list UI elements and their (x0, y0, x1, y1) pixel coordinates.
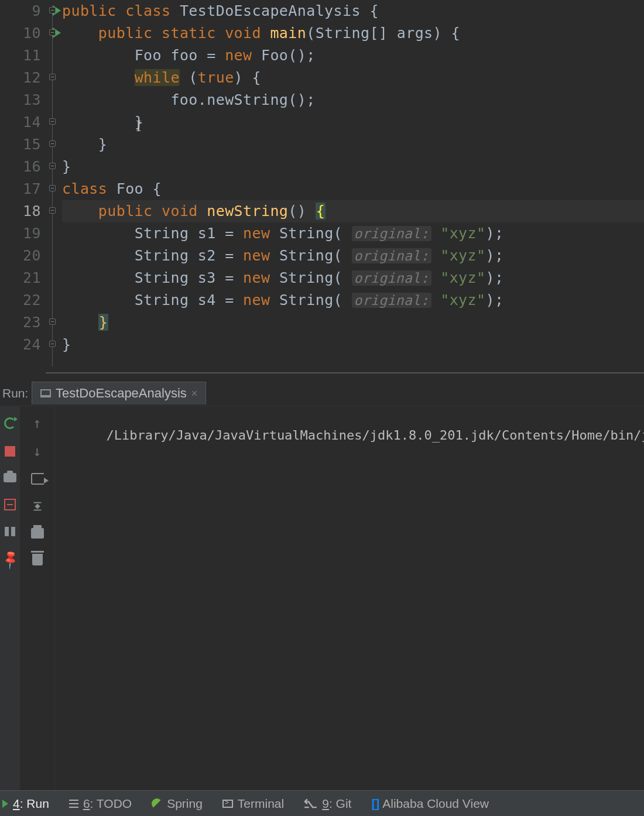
code-line[interactable]: } (62, 111, 644, 133)
clear-icon[interactable] (32, 554, 43, 565)
line-number: 11 (0, 44, 41, 67)
run-console[interactable]: /Library/Java/JavaVirtualMachines/jdk1.8… (55, 406, 644, 790)
down-arrow-icon[interactable]: ↓ (31, 445, 44, 458)
fold-icon[interactable] (49, 140, 56, 147)
play-icon (2, 800, 8, 808)
line-number: 14 (0, 111, 41, 133)
console-line: /Library/Java/JavaVirtualMachines/jdk1.8… (106, 428, 644, 443)
code-line[interactable]: public class TestDoEscapeAnalysis { (62, 0, 644, 22)
soft-wrap-icon[interactable] (31, 473, 44, 485)
fold-icon[interactable] (49, 74, 56, 80)
stop-icon[interactable] (5, 446, 15, 457)
fold-column (46, 0, 62, 377)
code-line[interactable]: while (true) { (62, 67, 644, 89)
spring-icon (152, 798, 162, 809)
code-line[interactable]: } (62, 133, 644, 156)
fold-icon[interactable] (49, 341, 56, 347)
up-arrow-icon[interactable]: ↑ (31, 417, 44, 430)
line-number: 19 (0, 222, 41, 245)
line-number: 24 (0, 334, 41, 356)
layout-icon[interactable] (5, 527, 15, 536)
fold-icon[interactable] (49, 185, 56, 191)
tool-tab-run[interactable]: 4: Run (2, 797, 49, 811)
terminal-icon (222, 800, 233, 808)
line-number: 17 (0, 178, 41, 200)
gutter: 9 10 11 12 13 14 15 16 17 18 19 20 21 22… (0, 0, 46, 377)
alibaba-icon: [ ] (371, 797, 378, 811)
run-tab-title: TestDoEscapeAnalysis (56, 386, 187, 401)
fold-icon[interactable] (49, 29, 56, 36)
code-line[interactable]: } (62, 334, 644, 356)
list-icon (69, 800, 78, 808)
line-number: 18 (0, 200, 41, 222)
run-header: Run: TestDoEscapeAnalysis × (0, 380, 644, 406)
fold-icon[interactable] (49, 207, 56, 214)
code-editor[interactable]: 9 10 11 12 13 14 15 16 17 18 19 20 21 22… (0, 0, 644, 377)
line-number: 16 (0, 156, 41, 178)
tool-tab-git[interactable]: ⎇ 9: Git (304, 797, 351, 811)
code-line[interactable]: public static void main(String[] args) { (62, 22, 644, 44)
run-tool-window: Run: TestDoEscapeAnalysis × 📌 ↑ ↓ / (0, 380, 644, 790)
code-line[interactable]: String s1 = new String( original: "xyz")… (62, 222, 644, 245)
line-number: 13 (0, 89, 41, 111)
code-line[interactable]: String s4 = new String( original: "xyz")… (62, 289, 644, 311)
fold-icon[interactable] (49, 118, 56, 125)
run-sidebar-primary: 📌 (0, 406, 20, 790)
code-line[interactable]: String s2 = new String( original: "xyz")… (62, 245, 644, 267)
line-number: 12 (0, 67, 41, 89)
pin-icon[interactable]: 📌 (1, 550, 19, 568)
line-number: 20 (0, 245, 41, 267)
close-icon[interactable]: × (191, 388, 198, 400)
git-branch-icon: ⎇ (304, 797, 317, 811)
bottom-tool-bar: 4: Run 6: TODO Spring Terminal ⎇ 9: Git … (0, 790, 644, 816)
code-line[interactable]: } (62, 156, 644, 178)
print-icon[interactable] (31, 528, 44, 539)
line-number: 15 (0, 133, 41, 156)
line-number: 22 (0, 289, 41, 311)
code-line[interactable]: class Foo { (62, 178, 644, 200)
tool-tab-terminal[interactable]: Terminal (222, 797, 284, 811)
run-panel-label: Run: (0, 386, 32, 400)
exit-icon[interactable] (4, 499, 16, 510)
code-body[interactable]: public class TestDoEscapeAnalysis { publ… (62, 0, 644, 377)
code-line[interactable]: foo.newString(); (62, 89, 644, 111)
separator (46, 372, 644, 373)
run-tab[interactable]: TestDoEscapeAnalysis × (32, 382, 206, 404)
rerun-icon[interactable] (4, 417, 16, 430)
fold-icon[interactable] (49, 7, 56, 13)
tool-tab-spring[interactable]: Spring (152, 797, 203, 811)
code-line[interactable]: } (62, 311, 644, 334)
line-number: 23 (0, 311, 41, 334)
fold-icon[interactable] (49, 318, 56, 325)
code-line[interactable]: String s3 = new String( original: "xyz")… (62, 267, 644, 289)
line-number: 9 (0, 0, 41, 22)
fold-icon[interactable] (49, 163, 56, 169)
text-caret-icon: I (136, 115, 142, 137)
line-number: 10 (0, 22, 41, 44)
line-number: 21 (0, 267, 41, 289)
tool-tab-todo[interactable]: 6: TODO (69, 797, 132, 811)
scroll-to-end-icon[interactable] (31, 500, 44, 513)
tool-tab-alibaba[interactable]: [ ] Alibaba Cloud View (371, 797, 489, 811)
code-line[interactable]: Foo foo = new Foo(); (62, 44, 644, 67)
console-icon (40, 389, 51, 397)
run-sidebar-secondary: ↑ ↓ (20, 406, 55, 790)
dump-threads-icon[interactable] (4, 473, 16, 482)
code-line[interactable]: public void newString() { (62, 200, 644, 222)
